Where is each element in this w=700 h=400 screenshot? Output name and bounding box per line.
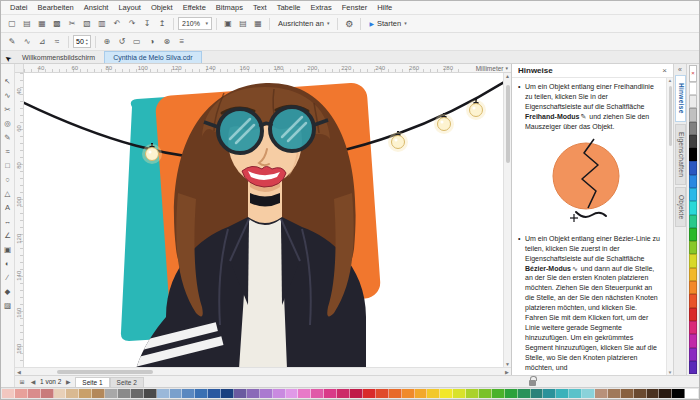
color-swatch[interactable] bbox=[363, 389, 376, 398]
color-swatch[interactable] bbox=[221, 389, 234, 398]
copy-icon[interactable]: ▧ bbox=[80, 17, 94, 30]
menu-item[interactable]: Extras bbox=[305, 3, 336, 12]
polyline-mode-icon[interactable]: ⊿ bbox=[35, 35, 49, 48]
docker-tab[interactable]: Eigenschaften bbox=[675, 124, 686, 185]
color-swatch[interactable] bbox=[689, 321, 697, 334]
color-swatch[interactable] bbox=[118, 389, 131, 398]
color-swatch[interactable] bbox=[689, 348, 697, 361]
menu-item[interactable]: Bitmaps bbox=[211, 3, 248, 12]
menu-item[interactable]: Text bbox=[248, 3, 272, 12]
color-swatch[interactable] bbox=[54, 389, 67, 398]
next-page-icon[interactable]: ▶ bbox=[64, 378, 72, 385]
freehand-smoothing-input[interactable]: 50 ▴ ▾ bbox=[73, 35, 91, 48]
transparency-tool[interactable]: ◐ bbox=[2, 258, 14, 269]
color-swatch[interactable] bbox=[634, 389, 647, 398]
artistic-media-icon[interactable]: ≈ bbox=[50, 35, 64, 48]
color-swatch[interactable] bbox=[689, 361, 697, 374]
color-swatch[interactable] bbox=[195, 389, 208, 398]
color-swatch[interactable] bbox=[689, 334, 697, 347]
color-swatch[interactable] bbox=[131, 389, 144, 398]
color-swatch[interactable] bbox=[659, 389, 672, 398]
stepper-arrows-icon[interactable]: ▴ ▾ bbox=[86, 38, 88, 46]
color-swatch[interactable] bbox=[689, 201, 697, 214]
page-list-icon[interactable]: ⊞ bbox=[18, 378, 26, 385]
rotate-icon[interactable]: ↺ bbox=[115, 35, 129, 48]
menu-item[interactable]: Ansicht bbox=[79, 3, 114, 12]
paste-icon[interactable]: ▥ bbox=[95, 17, 109, 30]
color-swatch[interactable] bbox=[689, 268, 697, 281]
show-grid-icon[interactable]: ▦ bbox=[251, 17, 265, 30]
menu-item[interactable]: Tabelle bbox=[272, 3, 306, 12]
color-swatch[interactable] bbox=[689, 188, 697, 201]
zoom-tool[interactable]: ◎ bbox=[2, 118, 14, 129]
color-swatch[interactable] bbox=[298, 389, 311, 398]
horizontal-scroll-thumb[interactable] bbox=[57, 370, 153, 374]
color-eyedropper-tool[interactable]: ∕ bbox=[2, 272, 14, 283]
export-icon[interactable]: ↥ bbox=[155, 17, 169, 30]
rectangle-tool[interactable]: □ bbox=[2, 160, 14, 171]
color-swatch[interactable] bbox=[582, 389, 595, 398]
color-swatch[interactable] bbox=[689, 108, 697, 121]
pick-tool[interactable]: ↖ bbox=[2, 76, 14, 87]
close-icon[interactable]: × bbox=[662, 66, 667, 75]
color-swatch[interactable] bbox=[479, 389, 492, 398]
color-swatch[interactable] bbox=[689, 308, 697, 321]
color-swatch[interactable] bbox=[389, 389, 402, 398]
color-swatch[interactable] bbox=[543, 389, 556, 398]
color-swatch[interactable] bbox=[28, 389, 41, 398]
hints-scroll-thumb[interactable] bbox=[669, 86, 672, 146]
shape-tool[interactable]: ∿ bbox=[2, 90, 14, 101]
hints-scrollbar[interactable]: ▲ ▼ bbox=[666, 78, 673, 375]
launcher-dropdown[interactable]: ▶ Starten ▾ bbox=[365, 17, 410, 31]
scroll-left-icon[interactable]: ◀ bbox=[15, 369, 23, 375]
color-swatch[interactable] bbox=[170, 389, 183, 398]
import-icon[interactable]: ↧ bbox=[140, 17, 154, 30]
canvas-vertical-scrollbar[interactable]: ▲ ▼ bbox=[503, 73, 511, 367]
color-swatch[interactable] bbox=[440, 389, 453, 398]
color-swatch[interactable] bbox=[2, 389, 15, 398]
add-node-icon[interactable]: ⊕ bbox=[100, 35, 114, 48]
color-swatch[interactable] bbox=[311, 389, 324, 398]
color-swatch[interactable] bbox=[595, 389, 608, 398]
menu-item[interactable]: Hilfe bbox=[372, 3, 397, 12]
color-swatch[interactable] bbox=[518, 389, 531, 398]
print-icon[interactable]: ▩ bbox=[50, 17, 64, 30]
docker-tab[interactable]: Objekte bbox=[675, 187, 686, 228]
new-document-icon[interactable]: ▢ bbox=[5, 17, 19, 30]
document-tab[interactable]: Willkommensbildschirm bbox=[13, 51, 104, 63]
color-swatch[interactable] bbox=[689, 122, 697, 135]
color-swatch[interactable] bbox=[41, 389, 54, 398]
polygon-tool[interactable]: △ bbox=[2, 188, 14, 199]
menu-item[interactable]: Bearbeiten bbox=[33, 3, 79, 12]
scroll-up-icon[interactable]: ▲ bbox=[668, 78, 672, 83]
open-icon[interactable]: ▤ bbox=[20, 17, 34, 30]
color-swatch[interactable] bbox=[337, 389, 350, 398]
drop-shadow-tool[interactable]: ▣ bbox=[2, 244, 14, 255]
menu-item[interactable]: Datei bbox=[5, 3, 33, 12]
show-rulers-icon[interactable]: ▤ bbox=[236, 17, 250, 30]
scroll-right-icon[interactable]: ▶ bbox=[503, 369, 511, 375]
artistic-media-tool[interactable]: ≈ bbox=[2, 146, 14, 157]
zoom-level-select[interactable]: 210% ▾ bbox=[178, 17, 212, 30]
color-swatch[interactable] bbox=[79, 389, 92, 398]
color-swatch[interactable] bbox=[689, 161, 697, 174]
color-swatch[interactable] bbox=[144, 389, 157, 398]
undo-icon[interactable]: ↶ bbox=[110, 17, 124, 30]
ruler-origin[interactable] bbox=[15, 64, 24, 72]
color-swatch[interactable] bbox=[672, 389, 685, 398]
color-swatch[interactable] bbox=[66, 389, 79, 398]
bezier-mode-icon[interactable]: ∿ bbox=[20, 35, 34, 48]
color-swatch[interactable] bbox=[92, 389, 105, 398]
bounding-box-icon[interactable]: ▭ bbox=[130, 35, 144, 48]
color-swatch[interactable] bbox=[689, 135, 697, 148]
menu-item[interactable]: Fenster bbox=[337, 3, 372, 12]
color-swatch[interactable] bbox=[492, 389, 505, 398]
scroll-up-icon[interactable]: ▲ bbox=[505, 73, 510, 79]
color-swatch[interactable] bbox=[105, 389, 118, 398]
color-swatch[interactable] bbox=[505, 389, 518, 398]
previous-page-icon[interactable]: ◀ bbox=[29, 378, 37, 385]
curve-options-icon[interactable]: ≡ bbox=[175, 35, 189, 48]
freehand-tool[interactable]: ✎ bbox=[2, 132, 14, 143]
color-swatch[interactable] bbox=[689, 241, 697, 254]
color-swatch[interactable] bbox=[466, 389, 479, 398]
